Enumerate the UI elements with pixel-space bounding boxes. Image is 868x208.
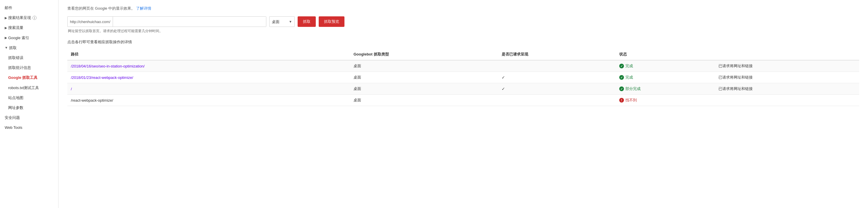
- fetch-button[interactable]: 抓取: [298, 16, 316, 27]
- path-link[interactable]: /: [71, 87, 72, 91]
- fetch-preview-button[interactable]: 抓取预览: [319, 16, 344, 27]
- sidebar-item-google-index[interactable]: ▶ Google 索引: [0, 33, 58, 43]
- cell-path: /2018/04/16/seo/seo-in-station-optimizat…: [67, 60, 350, 72]
- sidebar-item-google-crawl-tool[interactable]: Google 抓取工具: [0, 73, 58, 83]
- path-link[interactable]: /2018/01/23/react-webpack-optimize/: [71, 75, 133, 80]
- table-header-row: 路径 Googlebot 抓取类型 是否已请求呈现 状态: [67, 49, 859, 60]
- cell-extra: 已请求将网址和链接: [715, 83, 859, 95]
- sidebar-item-label: 抓取: [9, 45, 17, 50]
- crawl-table: 路径 Googlebot 抓取类型 是否已请求呈现 状态 /2018/04/16…: [67, 49, 859, 106]
- url-input[interactable]: [113, 16, 266, 27]
- table-row[interactable]: /react-webpack-optimize/ 桌面 ! 找不到: [67, 95, 859, 106]
- sidebar-item-url-params[interactable]: 网址参数: [0, 103, 58, 113]
- sidebar-item-label: 邮件: [5, 5, 12, 10]
- path-text: /react-webpack-optimize/: [71, 98, 113, 103]
- status-badge: ! 找不到: [619, 98, 637, 103]
- sidebar-item-crawl[interactable]: ▼ 抓取: [0, 43, 58, 53]
- sidebar-item-crawl-errors[interactable]: 抓取错误: [0, 53, 58, 63]
- sidebar-item-robots-txt[interactable]: robots.txt测试工具: [0, 83, 58, 93]
- cell-extra: 已请求将网址和链接: [715, 72, 859, 83]
- main-content: 查看您的网页在 Google 中的显示效果。 了解详情 http://chenh…: [59, 0, 868, 208]
- url-fetch-row: http://chenhuichao.com/ 桌面 移动设备 ▼ 抓取 抓取预…: [67, 16, 859, 27]
- url-input-container: http://chenhuichao.com/: [67, 16, 266, 27]
- check-circle-icon: ✓: [619, 64, 624, 68]
- sidebar-item-search-traffic[interactable]: ▶ 搜索流量: [0, 23, 58, 33]
- status-badge: ✓ 完成: [619, 63, 633, 69]
- status-badge: ✓ 完成: [619, 75, 633, 80]
- checkmark-icon: ✓: [502, 75, 505, 80]
- col-googlebot: Googlebot 抓取类型: [350, 49, 498, 60]
- arrow-icon: ▶: [5, 36, 7, 40]
- sidebar-item-label: 安全问题: [5, 115, 20, 120]
- cell-status: ✓ 完成: [616, 72, 715, 83]
- info-text: 查看您的网页在 Google 中的显示效果。: [67, 6, 135, 10]
- sidebar-item-label: 搜索流量: [8, 25, 23, 30]
- sidebar: 邮件 ▶ 搜索结果呈现 i ▶ 搜索流量 ▶ Google 索引 ▼ 抓取 抓取…: [0, 0, 59, 208]
- cell-status: ✓ 部分完成: [616, 83, 715, 95]
- checkmark-icon: ✓: [502, 86, 505, 91]
- check-circle-icon: ✓: [619, 86, 624, 91]
- cell-extra: [715, 95, 859, 106]
- col-status: 状态: [616, 49, 715, 60]
- arrow-icon: ▼: [5, 45, 8, 50]
- col-path: 路径: [67, 49, 350, 60]
- info-bar: 查看您的网页在 Google 中的显示效果。 了解详情: [67, 6, 859, 11]
- cell-status: ✓ 完成: [616, 60, 715, 72]
- cell-googlebot: 桌面: [350, 60, 498, 72]
- status-label: 完成: [625, 63, 633, 69]
- sidebar-item-mail[interactable]: 邮件: [0, 3, 58, 13]
- cell-extra: 已请求将网址和链接: [715, 60, 859, 72]
- sidebar-item-search-results[interactable]: ▶ 搜索结果呈现 i: [0, 13, 58, 23]
- error-circle-icon: !: [619, 98, 624, 103]
- col-extra: [715, 49, 859, 60]
- cell-indexed: ✓: [498, 72, 616, 83]
- sidebar-item-security[interactable]: 安全问题: [0, 113, 58, 123]
- info-icon: i: [32, 16, 37, 20]
- status-label: 完成: [625, 75, 633, 80]
- sidebar-item-label: 抓取统计信息: [8, 65, 31, 70]
- cell-indexed: ✓: [498, 83, 616, 95]
- status-badge: ✓ 部分完成: [619, 86, 641, 92]
- cell-indexed: [498, 95, 616, 106]
- cell-indexed: [498, 60, 616, 72]
- sidebar-item-label: robots.txt测试工具: [8, 85, 39, 91]
- table-row[interactable]: /2018/01/23/react-webpack-optimize/ 桌面 ✓…: [67, 72, 859, 83]
- device-select[interactable]: 桌面 移动设备: [272, 20, 292, 24]
- sidebar-item-label: 网址参数: [8, 105, 23, 110]
- cell-googlebot: 桌面: [350, 83, 498, 95]
- sidebar-item-label: 站点地图: [8, 95, 23, 101]
- sidebar-item-label: Web Tools: [5, 125, 22, 130]
- status-label: 找不到: [625, 98, 637, 103]
- url-prefix: http://chenhuichao.com/: [68, 16, 113, 27]
- instructions-text: 点击各行即可查看相应抓取操作的详情: [67, 39, 859, 45]
- status-label: 部分完成: [625, 86, 641, 92]
- cell-googlebot: 桌面: [350, 72, 498, 83]
- sidebar-item-label: 搜索结果呈现: [8, 15, 31, 21]
- sidebar-item-label: Google 抓取工具: [8, 75, 37, 80]
- col-indexed: 是否已请求呈现: [498, 49, 616, 60]
- cell-status: ! 找不到: [616, 95, 715, 106]
- sidebar-item-label: Google 索引: [8, 35, 29, 41]
- device-select-container: 桌面 移动设备 ▼: [269, 16, 295, 27]
- cell-path: /react-webpack-optimize/: [67, 95, 350, 106]
- sidebar-item-sitemap[interactable]: 站点地图: [0, 93, 58, 103]
- table-row[interactable]: / 桌面 ✓ ✓ 部分完成 已请求将网址和链接: [67, 83, 859, 95]
- arrow-icon: ▶: [5, 26, 7, 30]
- sidebar-item-web-tools[interactable]: Web Tools: [0, 123, 58, 133]
- table-row[interactable]: /2018/04/16/seo/seo-in-station-optimizat…: [67, 60, 859, 72]
- arrow-icon: ▶: [5, 16, 7, 20]
- path-link[interactable]: /2018/04/16/seo/seo-in-station-optimizat…: [71, 64, 145, 68]
- sidebar-item-label: 抓取错误: [8, 55, 23, 61]
- cell-path: /2018/01/23/react-webpack-optimize/: [67, 72, 350, 83]
- sidebar-item-crawl-stats[interactable]: 抓取统计信息: [0, 63, 58, 73]
- info-link[interactable]: 了解详情: [136, 6, 151, 10]
- cell-path: /: [67, 83, 350, 95]
- url-hint: 网址留空以抓取首页。请求的处理过程可能需要几分钟时间。: [67, 29, 859, 34]
- cell-googlebot: 桌面: [350, 95, 498, 106]
- check-circle-icon: ✓: [619, 75, 624, 80]
